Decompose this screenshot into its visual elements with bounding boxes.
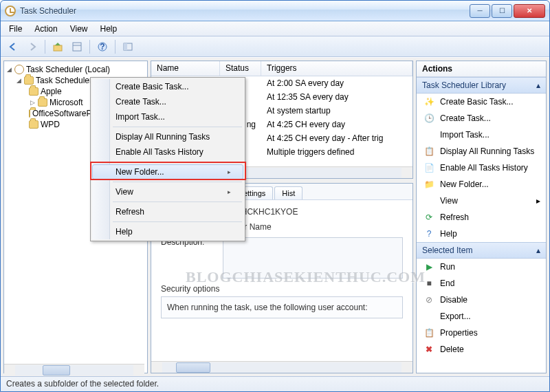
- actions-header: Actions: [417, 61, 546, 77]
- security-box: When running the task, use the following…: [161, 296, 403, 318]
- col-name[interactable]: Name: [151, 61, 220, 76]
- col-triggers[interactable]: Triggers: [261, 61, 412, 76]
- clock-icon: 🕒: [424, 113, 434, 124]
- menu-help[interactable]: Help: [95, 23, 123, 35]
- chevron-up-icon: ▴: [536, 246, 540, 255]
- folder-icon: [38, 98, 47, 107]
- action-help[interactable]: ?Help: [417, 226, 546, 242]
- ctx-view[interactable]: View▸: [92, 184, 243, 199]
- toolbar: ?: [1, 36, 549, 57]
- action-refresh[interactable]: ⟳Refresh: [417, 209, 546, 226]
- app-icon: [5, 6, 16, 17]
- actions-group-selected[interactable]: Selected Item▴: [417, 242, 546, 259]
- action-import[interactable]: Import Task...: [417, 127, 546, 143]
- properties-icon: 📋: [424, 327, 434, 338]
- properties-button[interactable]: [69, 39, 85, 55]
- col-status[interactable]: Status: [220, 61, 261, 76]
- description-box[interactable]: [223, 237, 403, 279]
- column-headers: Name Status Triggers: [151, 61, 412, 76]
- up-button[interactable]: [50, 39, 66, 55]
- play-icon: ▶: [424, 261, 434, 272]
- menu-file[interactable]: File: [3, 23, 28, 35]
- back-button[interactable]: [5, 39, 21, 55]
- collapse-icon[interactable]: ◢: [6, 66, 12, 73]
- hscrollbar[interactable]: [151, 361, 412, 373]
- author-value: Author Name: [223, 222, 403, 232]
- log-icon: 📄: [424, 162, 434, 173]
- action-properties[interactable]: 📋Properties: [417, 325, 546, 341]
- help-icon: ?: [424, 228, 434, 239]
- arrow-right-icon: ▸: [228, 168, 231, 175]
- help-icon[interactable]: ?: [94, 39, 111, 55]
- ctx-refresh[interactable]: Refresh: [92, 204, 243, 219]
- menubar: File Action View Help: [1, 21, 549, 36]
- titlebar: Task Scheduler ─ ☐ ✕: [1, 1, 549, 21]
- folder-icon: [29, 120, 38, 129]
- actions-pane: Actions Task Scheduler Library▴ ✨Create …: [416, 61, 547, 373]
- action-display-running[interactable]: 📋Display All Running Tasks: [417, 143, 546, 160]
- scheduler-icon: [14, 65, 24, 74]
- action-enable-history[interactable]: 📄Enable All Tasks History: [417, 160, 546, 176]
- ctx-new-folder[interactable]: New Folder...▸: [92, 164, 243, 179]
- actions-group-library[interactable]: Task Scheduler Library▴: [417, 77, 546, 94]
- disable-icon: ⊘: [424, 294, 434, 305]
- content-area: ◢ Task Scheduler (Local) ◢ Task Schedule…: [1, 57, 549, 376]
- tree-hscrollbar[interactable]: [4, 364, 144, 375]
- folder-icon: 📁: [424, 179, 434, 190]
- folder-icon: [29, 109, 30, 118]
- close-button[interactable]: ✕: [514, 4, 545, 18]
- wand-icon: ✨: [424, 96, 434, 107]
- window-title: Task Scheduler: [20, 6, 470, 16]
- arrow-right-icon: ▸: [536, 196, 540, 206]
- action-delete[interactable]: ✖Delete: [417, 341, 546, 358]
- svg-rect-1: [73, 43, 81, 51]
- delete-icon: ✖: [424, 344, 434, 355]
- svg-rect-6: [124, 43, 127, 50]
- action-create-basic[interactable]: ✨Create Basic Task...: [417, 94, 546, 110]
- description-label: Description:: [161, 237, 216, 279]
- arrow-right-icon: ▸: [228, 188, 231, 195]
- action-create-task[interactable]: 🕒Create Task...: [417, 110, 546, 127]
- refresh-icon: ⟳: [424, 212, 434, 223]
- ctx-create-task[interactable]: Create Task...: [92, 94, 243, 109]
- ctx-display-running[interactable]: Display All Running Tasks: [92, 129, 243, 144]
- action-view[interactable]: View▸: [417, 193, 546, 209]
- ctx-create-basic[interactable]: Create Basic Task...: [92, 79, 243, 94]
- folder-icon: [24, 76, 34, 85]
- context-menu: Create Basic Task... Create Task... Impo…: [90, 77, 245, 241]
- action-disable[interactable]: ⊘Disable: [417, 292, 546, 308]
- menu-action[interactable]: Action: [29, 23, 63, 35]
- svg-rect-0: [54, 45, 62, 51]
- stop-icon: ■: [424, 278, 434, 289]
- show-hide-button[interactable]: [120, 39, 136, 55]
- list-icon: 📋: [424, 146, 434, 157]
- action-end[interactable]: ■End: [417, 275, 546, 292]
- chevron-up-icon: ▴: [536, 80, 540, 90]
- folder-icon: [29, 87, 38, 96]
- action-export[interactable]: Export...: [417, 308, 546, 325]
- action-new-folder[interactable]: 📁New Folder...: [417, 176, 546, 193]
- security-label: Security options: [161, 284, 403, 294]
- tree-root[interactable]: ◢ Task Scheduler (Local): [6, 64, 146, 75]
- statusbar: Creates a subfolder of the selected fold…: [1, 376, 549, 391]
- ctx-help[interactable]: Help: [92, 224, 243, 239]
- minimize-button[interactable]: ─: [470, 4, 490, 18]
- forward-button[interactable]: [24, 39, 41, 55]
- ctx-import[interactable]: Import Task...: [92, 109, 243, 124]
- app-window: Task Scheduler ─ ☐ ✕ File Action View He…: [0, 0, 550, 392]
- expand-icon[interactable]: ▷: [29, 99, 36, 106]
- ctx-enable-history[interactable]: Enable All Tasks History: [92, 144, 243, 160]
- collapse-icon[interactable]: ◢: [15, 77, 22, 84]
- maximize-button[interactable]: ☐: [492, 4, 512, 18]
- tab-history[interactable]: Hist: [274, 186, 302, 199]
- svg-text:?: ?: [100, 42, 104, 52]
- menu-view[interactable]: View: [65, 23, 94, 35]
- action-run[interactable]: ▶Run: [417, 259, 546, 275]
